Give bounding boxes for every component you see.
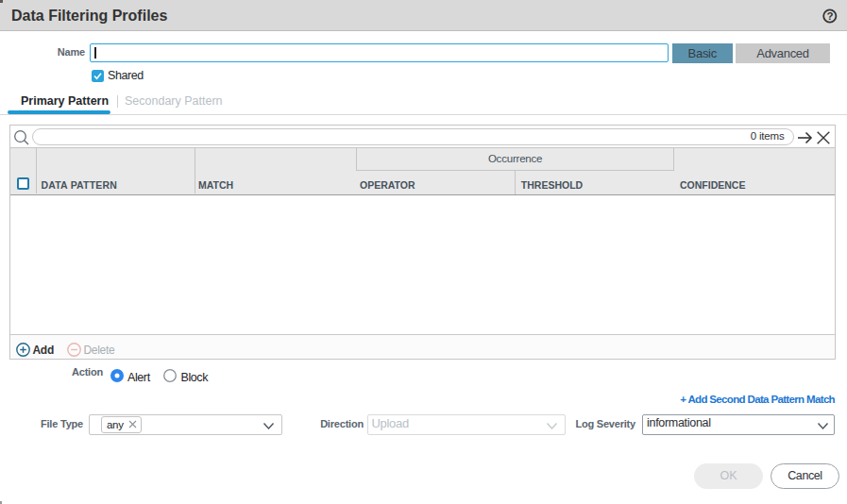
svg-text:?: ? — [826, 10, 833, 22]
